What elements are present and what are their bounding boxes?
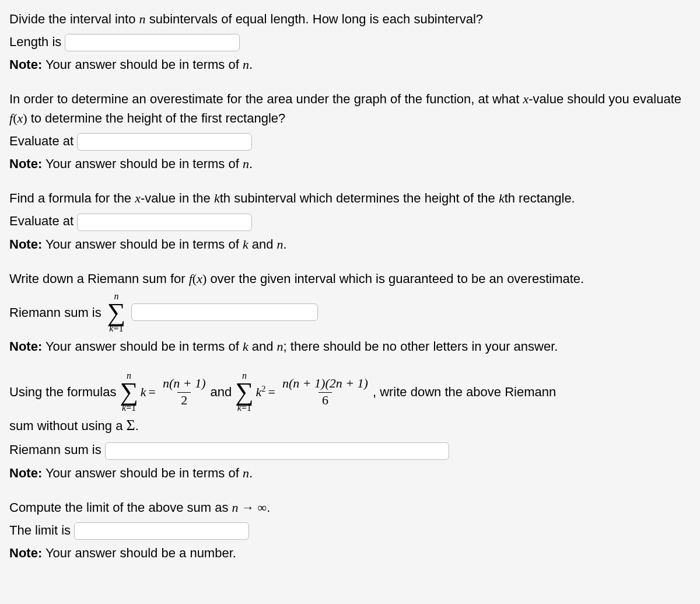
and-text: and [210,382,232,401]
q2-note: Note: Your answer should be in terms of … [9,154,691,173]
fx: f(x) [9,111,27,125]
q4-prompt: Write down a Riemann sum for f(x) over t… [9,269,691,288]
evaluate-input-2[interactable] [77,214,252,231]
q5-note: Note: Your answer should be in terms of … [9,463,691,483]
evaluate-label: Evaluate at [9,214,74,228]
q5-prompt-line2: sum without using a Σ. [9,414,691,437]
q6-note: Note: Your answer should be a number. [9,543,691,563]
sigma-icon: n ∑ k=1 [235,371,253,413]
note-bold: Note: [9,339,42,354]
var-n: n [232,500,239,515]
note-bold: Note: [9,156,42,171]
q3-answer-row: Evaluate at [9,211,691,231]
var-k: k [214,191,220,205]
var-k: k [243,339,249,354]
q1-prompt: Divide the interval into n subintervals … [9,9,691,29]
text: . [249,156,253,171]
note-bold: Note: [9,57,42,72]
text: Compute the limit of the above sum as [9,500,232,515]
text: Your answer should be in terms of [42,156,243,171]
text: Your answer should be in terms of [42,466,243,480]
q1-note: Note: Your answer should be in terms of … [9,55,691,74]
text: and [249,237,277,252]
evaluate-input-1[interactable] [77,133,252,151]
term-k2: k2 [256,382,266,401]
sigma-icon: n ∑ k=1 [120,371,138,413]
text: th subinterval which determines the heig… [220,191,499,205]
riemann-label: Riemann sum is [9,442,102,457]
limit-label: The limit is [9,523,71,537]
text: Your answer should be in terms of [42,339,243,354]
text: Write down a Riemann sum for [9,271,189,286]
q3-prompt: Find a formula for the x-value in the kt… [9,188,691,208]
sigma-bot: k=1 [109,324,123,333]
text: Find a formula for the [9,191,135,205]
riemann-label: Riemann sum is [9,303,102,322]
text: subintervals of equal length. How long i… [146,12,483,26]
var-k: k [499,191,505,205]
arrow-inf: → ∞ [239,500,267,515]
evaluate-label: Evaluate at [9,134,74,148]
note-bold: Note: [9,466,42,480]
var-n: n [243,57,249,72]
sigma-symbol: ∑ [107,302,125,323]
sigma-icon: n ∑ k=1 [107,292,125,333]
text: In order to determine an overestimate fo… [9,92,523,106]
q6-answer-row: The limit is [9,521,691,540]
text: . [249,57,253,72]
note-bold: Note: [9,546,42,560]
q5-prompt-line1: Using the formulas n ∑ k=1 k = n(n + 1) … [9,371,691,413]
text: over the given interval which is guarant… [206,271,584,286]
q5-answer-row: Riemann sum is [9,440,691,459]
text: Your answer should be in terms of [42,57,243,72]
limit-input[interactable] [74,522,249,540]
equals: = [268,382,275,401]
var-x: x [135,191,141,205]
term-k: k [141,382,146,401]
text: Divide the interval into [9,12,139,26]
text: . [135,418,139,433]
equals: = [149,382,156,401]
text: -value in the [141,191,214,205]
text: . [284,237,287,252]
q4-note: Note: Your answer should be in terms of … [9,337,691,356]
text: Using the formulas [9,382,116,401]
var-n: n [277,339,284,354]
text: ; there should be no other letters in yo… [284,339,558,354]
text: . [249,466,253,480]
text: -value should you evaluate [528,92,681,106]
note-bold: Note: [9,237,42,252]
text: , write down the above Riemann [373,382,556,401]
fraction-2: n(n + 1)(2n + 1) 6 [280,376,370,407]
var-n: n [277,237,284,252]
q1-answer-row: Length is [9,32,691,51]
var-n: n [243,466,249,480]
length-label: Length is [9,34,61,49]
q6-prompt: Compute the limit of the above sum as n … [9,498,691,517]
fx: f(x) [189,271,207,286]
q2-prompt: In order to determine an overestimate fo… [9,89,691,128]
text: to determine the height of the first rec… [27,111,286,125]
riemann-sum-input-2[interactable] [105,442,449,460]
var-k: k [243,237,249,252]
var-n: n [139,12,146,26]
text: and [249,339,277,354]
var-x: x [523,92,529,106]
riemann-sum-input-1[interactable] [131,303,318,321]
text: . [267,500,270,515]
q4-answer-row: Riemann sum is n ∑ k=1 [9,292,691,333]
sigma-inline: Σ [127,417,135,434]
text: sum without using a [9,418,127,433]
q2-answer-row: Evaluate at [9,131,691,151]
text: th rectangle. [505,191,575,205]
var-n: n [243,156,249,171]
q3-note: Note: Your answer should be in terms of … [9,235,691,254]
text: Your answer should be a number. [42,546,236,560]
fraction-1: n(n + 1) 2 [160,376,208,407]
text: Your answer should be in terms of [42,237,243,252]
length-input[interactable] [65,34,240,51]
